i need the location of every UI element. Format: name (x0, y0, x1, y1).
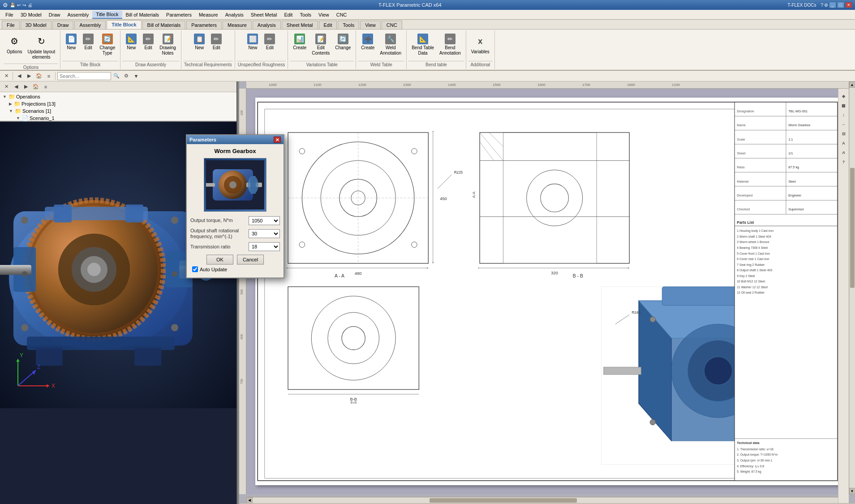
menu-measure[interactable]: Measure (195, 11, 222, 18)
titleblock-edit-button[interactable]: ✏ Edit (80, 32, 96, 52)
menu-cnc[interactable]: CNC (333, 11, 351, 18)
drawassembly-new-button[interactable]: 📐 New (123, 32, 139, 52)
tree-item-projections[interactable]: ▶ 📁 Projections [13] (2, 100, 235, 107)
menu-analysis[interactable]: Analysis (222, 11, 247, 18)
scroll-down-button[interactable]: ▼ (849, 488, 855, 494)
tab-3dmodel[interactable]: 3D Model (21, 21, 52, 29)
view-icon-8[interactable]: A (839, 148, 848, 157)
tree-close[interactable]: ✕ (2, 82, 11, 91)
tab-tools[interactable]: Tools (338, 21, 359, 29)
bend-annotation-button[interactable]: ✏ BendAnnotation (437, 32, 463, 57)
view-icon-7[interactable]: A (839, 139, 848, 148)
toolbar-close[interactable]: ✕ (2, 72, 11, 81)
change-type-button[interactable]: 🔄 ChangeType (97, 32, 117, 57)
tree-home[interactable]: 🏠 (31, 82, 40, 91)
edit-contents-button[interactable]: 📝 EditContents (309, 32, 332, 57)
drawing-notes-button[interactable]: 📝 DrawingNotes (157, 32, 178, 57)
variations-change-button[interactable]: 🔄 Change (333, 32, 353, 52)
tree-back[interactable]: ◀ (12, 82, 21, 91)
menu-view[interactable]: View (315, 11, 333, 18)
tab-analysis[interactable]: Analysis (253, 21, 281, 29)
help-icon[interactable]: ? (821, 3, 823, 8)
toolbar-forward[interactable]: ▶ (25, 72, 34, 81)
quick-access-save[interactable]: 💾 (10, 3, 15, 8)
titleblock-new-button[interactable]: 📄 New (63, 32, 79, 52)
quick-access-undo[interactable]: ↩ (17, 3, 21, 8)
tree-item-scenario1[interactable]: ▼ 📄 Scenario_1 (2, 115, 235, 122)
bend-table-button[interactable]: 📐 Bend TableData (409, 32, 436, 57)
menu-parameters[interactable]: Parameters (163, 11, 195, 18)
ok-button[interactable]: OK (206, 255, 233, 265)
drawassembly-edit-button[interactable]: ✏ Edit (140, 32, 156, 52)
view-icon-4[interactable]: ↕ (839, 111, 848, 120)
update-layout-button[interactable]: ↻ Update layoutelements (25, 32, 57, 62)
cancel-button[interactable]: Cancel (237, 255, 264, 265)
transmission-ratio-select[interactable]: 18 12 24 36 (249, 242, 280, 251)
dialog-close-button[interactable]: ✕ (274, 137, 281, 143)
roughness-edit-button[interactable]: ✏ Edit (262, 32, 278, 52)
auto-update-checkbox[interactable] (192, 266, 198, 272)
toolbar-settings[interactable]: ⚙ (122, 72, 131, 81)
minimize-button[interactable]: _ (829, 2, 836, 8)
tab-measure[interactable]: Measure (223, 21, 252, 29)
options-button[interactable]: ⚙ Options (4, 32, 24, 56)
techrequirements-new-button[interactable]: 📋 New (191, 32, 207, 52)
view-icon-6[interactable]: ⊟ (839, 129, 848, 138)
tab-titleblock[interactable]: Title Block (107, 20, 141, 29)
tab-bom[interactable]: Bill of Materials (142, 21, 186, 29)
toolbar-search[interactable]: 🔍 (112, 72, 121, 81)
tree-item-scenarios[interactable]: ▼ 📁 Scenarios [1] (2, 107, 235, 115)
menu-3dmodel[interactable]: 3D Model (17, 11, 45, 18)
tab-assembly[interactable]: Assembly (74, 21, 106, 29)
output-rpm-select[interactable]: 30 15 45 60 (249, 229, 280, 238)
menu-draw[interactable]: Draw (45, 11, 64, 18)
tree-item-operations[interactable]: ▼ 📁 Operations (2, 93, 235, 100)
tree-forward[interactable]: ▶ (21, 82, 30, 91)
toolbar-more[interactable]: ▼ (132, 72, 141, 81)
tree-list[interactable]: ≡ (41, 82, 50, 91)
quick-access-print[interactable]: 🖨 (28, 3, 32, 8)
tab-cnc[interactable]: CNC (382, 21, 402, 29)
menu-edit[interactable]: Edit (280, 11, 296, 18)
menu-assembly[interactable]: Assembly (64, 11, 92, 18)
weld-create-button[interactable]: ➕ Create (359, 32, 377, 52)
restore-button[interactable]: □ (837, 2, 844, 8)
menu-bar: File 3D Model Draw Assembly Title Block … (0, 10, 855, 20)
menu-bom[interactable]: Bill of Materials (122, 11, 163, 18)
ribbon-group-roughness: ⬜ New ✏ Edit Unspecified Roughness (235, 30, 288, 69)
weld-annotation-button[interactable]: 🔧 WeldAnnotation (378, 32, 404, 57)
scroll-track-v[interactable] (850, 88, 855, 488)
toolbar-home[interactable]: 🏠 (34, 72, 43, 81)
view-icon-2[interactable]: ◈ (839, 92, 848, 101)
techrequirements-edit-button[interactable]: ✏ Edit (208, 32, 224, 52)
output-torque-select[interactable]: 1050 800 1200 1500 (249, 216, 280, 225)
search-input[interactable] (57, 72, 111, 80)
tab-draw[interactable]: Draw (52, 21, 74, 29)
quick-access-redo[interactable]: ↪ (22, 3, 26, 8)
scroll-track-h[interactable] (253, 498, 842, 503)
settings-icon[interactable]: ⚙ (824, 3, 828, 8)
variables-button[interactable]: x Variables (469, 32, 492, 56)
scroll-left-button[interactable]: ◀ (246, 497, 253, 504)
view-icon-3[interactable]: ▦ (839, 101, 848, 110)
view-icon-5[interactable]: ↔ (839, 120, 848, 129)
tab-sheetmetal[interactable]: Sheet Metal (282, 21, 318, 29)
tab-view[interactable]: View (360, 21, 381, 29)
tab-file[interactable]: File (2, 21, 20, 29)
roughness-new-button[interactable]: ⬜ New (245, 32, 261, 52)
canvas-area[interactable]: 480 450 (246, 89, 849, 494)
svg-line-82 (489, 132, 503, 146)
scroll-up-button[interactable]: ▲ (849, 81, 855, 88)
toolbar-back[interactable]: ◀ (15, 72, 24, 81)
close-button[interactable]: ✕ (845, 2, 852, 8)
menu-file[interactable]: File (2, 11, 17, 18)
toolbar-list[interactable]: ≡ (44, 72, 53, 81)
tab-parameters[interactable]: Parameters (186, 21, 222, 29)
svg-text:2. Output torque: T=1050 N*m: 2. Output torque: T=1050 N*m (737, 453, 778, 457)
menu-tools[interactable]: Tools (296, 11, 315, 18)
menu-titleblock[interactable]: Title Block (92, 11, 122, 19)
menu-sheetmetal[interactable]: Sheet Metal (247, 11, 281, 18)
tab-edit[interactable]: Edit (319, 21, 337, 29)
variations-create-button[interactable]: 📊 Create (291, 32, 309, 52)
view-icon-9[interactable]: ? (839, 158, 848, 167)
